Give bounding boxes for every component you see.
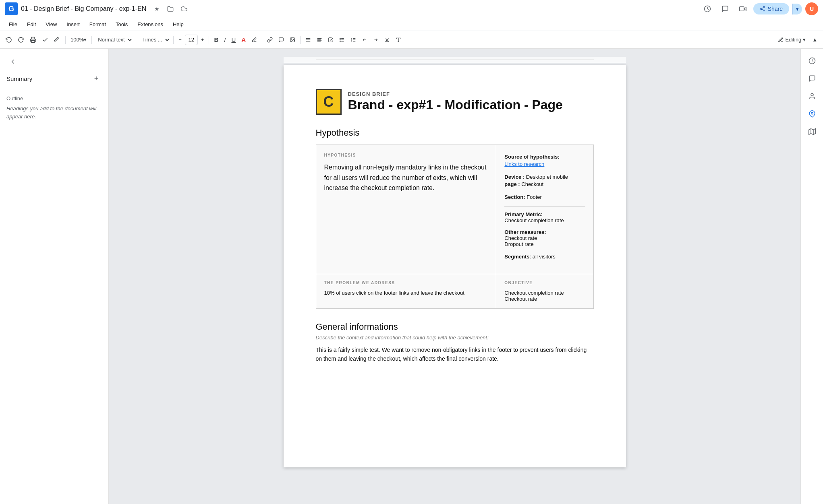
zoom-selector[interactable]: 100% ▾ — [68, 34, 89, 46]
hypothesis-table: HYPOTHESIS Removing all non-legally mand… — [316, 145, 594, 309]
align-button[interactable] — [303, 34, 313, 46]
divider6 — [262, 36, 262, 44]
indent-decrease-button[interactable] — [359, 34, 370, 46]
design-brief-label: DESIGN BRIEF — [348, 91, 563, 97]
cloud-button[interactable] — [178, 3, 190, 14]
primary-metric-value: Checkout completion rate — [504, 217, 585, 223]
other-measures-section: Other measures: Checkout rate Dropout ra… — [504, 229, 585, 247]
menu-extensions[interactable]: Extensions — [133, 20, 167, 29]
format-bar: 100% ▾ Normal text Times ... − + B I U A — [0, 31, 823, 48]
clear-format-button[interactable] — [382, 34, 392, 46]
bold-button[interactable]: B — [211, 34, 221, 46]
problem-label: THE PROBLEM WE ADDRESS — [324, 281, 488, 285]
highlight-button[interactable] — [249, 34, 259, 46]
menu-help[interactable]: Help — [169, 20, 188, 29]
editing-label: Editing — [785, 37, 801, 43]
text-color-button[interactable]: A — [239, 34, 248, 46]
menu-tools[interactable]: Tools — [112, 20, 132, 29]
divider1 — [65, 36, 66, 44]
undo-button[interactable] — [3, 34, 15, 46]
svg-point-3 — [763, 6, 765, 8]
share-button[interactable]: Share — [753, 3, 789, 14]
summary-add-button[interactable]: + — [91, 73, 102, 84]
svg-point-23 — [340, 41, 341, 41]
header-text: DESIGN BRIEF Brand - exp#1 - Modificatio… — [348, 91, 563, 112]
svg-line-6 — [762, 9, 763, 10]
font-size-plus[interactable]: + — [199, 34, 207, 46]
font-size-area: − + — [176, 34, 206, 46]
page-label: page : — [504, 181, 520, 187]
objective-label: OBJECTIVE — [504, 281, 585, 285]
source-section: Source of hypothesis: Links to research — [504, 153, 585, 167]
page-value: Checkout — [520, 181, 544, 187]
general-info-text: This is a fairly simple test. We want to… — [316, 345, 594, 364]
menu-insert[interactable]: Insert — [62, 20, 84, 29]
svg-marker-34 — [808, 129, 815, 135]
style-select[interactable]: Normal text — [94, 34, 133, 45]
menu-bar: File Edit View Insert Format Tools Exten… — [0, 18, 823, 31]
divider4 — [173, 36, 174, 44]
primary-metric-section: Primary Metric: Checkout completion rate — [504, 211, 585, 223]
history-button[interactable] — [700, 2, 715, 16]
addons-button[interactable] — [393, 34, 404, 46]
insert-link-button[interactable] — [265, 34, 275, 46]
checklist-button[interactable] — [325, 34, 336, 46]
source-link[interactable]: Links to research — [504, 161, 544, 167]
left-sidebar: Summary + Outline Headings you add to th… — [0, 49, 109, 504]
paint-format-button[interactable] — [52, 34, 63, 46]
svg-rect-8 — [31, 40, 35, 42]
svg-point-5 — [763, 10, 765, 11]
editing-mode-button[interactable]: Editing ▾ — [775, 35, 809, 44]
share-dropdown-button[interactable]: ▾ — [792, 4, 802, 14]
star-button[interactable]: ★ — [151, 3, 162, 14]
line-spacing-button[interactable] — [314, 34, 325, 46]
back-button[interactable] — [6, 55, 19, 68]
right-panel-map-button[interactable] — [805, 124, 819, 139]
device-label: Device : — [504, 174, 524, 180]
spellcheck-button[interactable] — [39, 34, 51, 46]
meet-button[interactable] — [736, 2, 750, 16]
document-page: C DESIGN BRIEF Brand - exp#1 - Modificat… — [284, 65, 626, 467]
device-value: Desktop et mobile — [524, 174, 568, 180]
segments-value: : all visitors — [529, 254, 555, 260]
comment-button[interactable] — [718, 2, 732, 16]
checkout-rate: Checkout rate — [504, 235, 585, 241]
right-panel — [800, 49, 823, 504]
folder-button[interactable] — [165, 3, 176, 14]
divider3 — [136, 36, 136, 44]
bullet-list-button[interactable] — [337, 34, 347, 46]
right-panel-location-button[interactable] — [805, 107, 819, 121]
menu-format[interactable]: Format — [85, 20, 110, 29]
right-panel-calendar-button[interactable] — [805, 54, 819, 68]
right-panel-comment-button[interactable] — [805, 71, 819, 86]
insert-comment-button[interactable] — [276, 34, 286, 46]
divider7 — [300, 36, 301, 44]
numbered-list-button[interactable] — [348, 34, 359, 46]
avatar: U — [805, 2, 818, 15]
redo-button[interactable] — [15, 34, 27, 46]
font-size-minus[interactable]: − — [176, 34, 184, 46]
menu-edit[interactable]: Edit — [23, 20, 40, 29]
summary-title: Summary — [6, 75, 32, 82]
print-button[interactable] — [27, 34, 39, 46]
dropout-rate: Dropout rate — [504, 241, 585, 247]
svg-point-21 — [340, 38, 341, 39]
right-panel-user-button[interactable] — [805, 89, 819, 103]
insert-image-button[interactable] — [287, 34, 298, 46]
outline-section: Outline Headings you add to the document… — [6, 95, 102, 120]
menu-file[interactable]: File — [5, 20, 21, 29]
main-layout: Summary + Outline Headings you add to th… — [0, 49, 823, 504]
italic-button[interactable]: I — [222, 34, 228, 46]
menu-view[interactable]: View — [41, 20, 61, 29]
document-area[interactable]: C DESIGN BRIEF Brand - exp#1 - Modificat… — [109, 49, 800, 504]
underline-button[interactable]: U — [229, 34, 238, 46]
font-select[interactable]: Times ... — [139, 34, 171, 45]
indent-increase-button[interactable] — [371, 34, 381, 46]
source-label: Source of hypothesis: — [504, 154, 560, 160]
section-value: Footer — [525, 194, 542, 200]
collapse-toolbar-button[interactable]: ▲ — [810, 34, 820, 46]
hyp-divider — [504, 206, 585, 207]
outline-placeholder: Headings you add to the document will ap… — [6, 105, 102, 120]
general-info-section: General informations Describe the contex… — [316, 322, 594, 364]
font-size-input[interactable] — [185, 35, 198, 45]
